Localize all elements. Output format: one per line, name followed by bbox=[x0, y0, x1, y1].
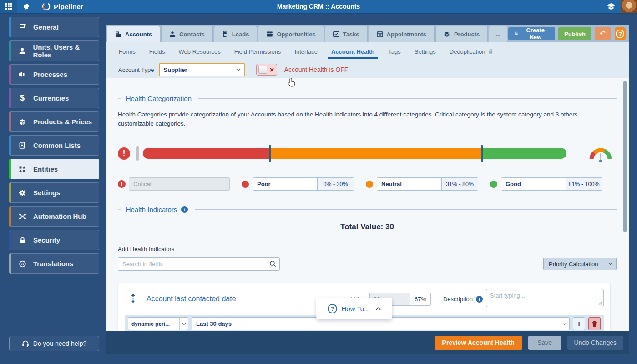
info-icon[interactable]: i bbox=[476, 296, 483, 303]
collapse-icon[interactable]: − bbox=[118, 95, 122, 102]
subtab-settings[interactable]: Settings bbox=[408, 42, 443, 61]
user-avatar[interactable] bbox=[621, 0, 637, 13]
condition-type-select[interactable]: dynamic peri... bbox=[128, 317, 188, 330]
tab-label: Opportunities bbox=[277, 31, 315, 38]
sidebar-item-units-users-roles[interactable]: Units, Users & Roles bbox=[9, 40, 99, 61]
delete-indicator-button[interactable] bbox=[588, 317, 601, 330]
subtab-label: Fields bbox=[149, 48, 165, 55]
publish-button[interactable]: Publish bbox=[558, 27, 592, 40]
sidebar-item-entities[interactable]: Entities bbox=[9, 159, 99, 179]
undo-top-button[interactable]: ↶ bbox=[595, 27, 611, 40]
health-range-slider[interactable] bbox=[143, 148, 566, 159]
health-indicators-header: − Health Indicators i bbox=[118, 206, 617, 213]
subtab-field-permissions[interactable]: Field Permissions bbox=[228, 42, 288, 61]
need-help-button[interactable]: Do you need help? bbox=[9, 336, 99, 351]
search-input[interactable] bbox=[118, 257, 280, 271]
how-to-button[interactable]: ? How To... bbox=[316, 298, 392, 319]
lock-icon bbox=[514, 31, 518, 36]
add-condition-button[interactable]: + bbox=[573, 317, 585, 330]
sidebar-item-products-prices[interactable]: Products & Prices bbox=[9, 111, 99, 132]
calculation-dropdown[interactable]: Priority Calculation bbox=[543, 258, 617, 270]
description-textarea[interactable] bbox=[486, 289, 604, 307]
undo-arrow-icon: ↶ bbox=[600, 30, 606, 37]
svg-text:22: 22 bbox=[378, 34, 381, 36]
account-health-toggle[interactable]: × bbox=[256, 64, 277, 76]
create-new-button[interactable]: Create New bbox=[508, 27, 555, 40]
sidebar-item-translations[interactable]: A Translations bbox=[9, 253, 99, 274]
how-to-label: How To... bbox=[341, 305, 369, 313]
preview-account-health-button[interactable]: Preview Account Health bbox=[435, 336, 522, 350]
save-button[interactable]: Save bbox=[528, 336, 561, 350]
calendar-icon: 22 bbox=[377, 31, 383, 37]
tab-appointments[interactable]: 22 Appointments bbox=[369, 26, 435, 42]
trash-icon bbox=[592, 321, 597, 327]
toggle-knob bbox=[258, 66, 267, 74]
headset-icon bbox=[22, 340, 29, 347]
dollar-icon: $ bbox=[17, 93, 28, 103]
sidebar-item-label: Entities bbox=[33, 165, 58, 173]
chevron-down-icon bbox=[559, 323, 569, 325]
category-neutral-group: Neutral 31% - 80% bbox=[366, 177, 478, 191]
collapse-icon[interactable]: − bbox=[118, 206, 122, 213]
accent-bar bbox=[9, 40, 11, 61]
sidebar-item-label: Products & Prices bbox=[33, 118, 92, 126]
sidebar-item-automation-hub[interactable]: Automation Hub bbox=[9, 206, 99, 227]
drag-handle-icon[interactable] bbox=[131, 293, 136, 305]
subtab-account-health[interactable]: Account Health bbox=[324, 42, 381, 61]
subtab-interface[interactable]: Interface bbox=[288, 42, 324, 61]
category-name: Critical bbox=[133, 181, 152, 187]
help-button[interactable]: ? bbox=[615, 27, 626, 40]
subtab-forms[interactable]: Forms bbox=[112, 42, 142, 61]
tab-more[interactable]: ... bbox=[489, 26, 507, 42]
subtab-tags[interactable]: Tags bbox=[381, 42, 407, 61]
accent-bar bbox=[9, 64, 11, 85]
app-grid-button[interactable] bbox=[0, 0, 17, 13]
sidebar-item-settings[interactable]: Settings bbox=[9, 182, 99, 203]
account-type-row: Account Type Supplier × Account Health i… bbox=[106, 61, 629, 78]
slider-handle-poor-neutral[interactable] bbox=[269, 145, 271, 162]
tab-tasks[interactable]: Tasks bbox=[325, 26, 368, 42]
health-categorization-description: Health Categories provide categorization… bbox=[118, 110, 602, 128]
sidebar-item-security[interactable]: Security bbox=[9, 230, 99, 250]
account-type-select[interactable]: Supplier bbox=[159, 63, 245, 76]
chevron-down-icon bbox=[233, 64, 244, 76]
pipeliner-logo[interactable]: Pipeliner bbox=[42, 2, 83, 11]
subtab-fields[interactable]: Fields bbox=[142, 42, 172, 61]
critical-exclamation-icon: ! bbox=[118, 147, 130, 160]
sidebar-item-currencies[interactable]: $ Currencies bbox=[9, 88, 99, 108]
tab-leads[interactable]: Leads bbox=[214, 26, 258, 42]
chevron-down-icon bbox=[179, 318, 188, 330]
subtab-label: Field Permissions bbox=[234, 48, 281, 55]
subtab-web-resources[interactable]: Web Resources bbox=[172, 42, 228, 61]
indicator-title: Account last contacted date bbox=[147, 295, 236, 303]
sidebar-item-label: Security bbox=[33, 236, 60, 244]
category-good-range: 81% - 100% bbox=[566, 178, 602, 190]
tab-label: Tasks bbox=[343, 31, 359, 38]
critical-exclamation-icon: ! bbox=[118, 180, 126, 188]
category-neutral-input[interactable]: Neutral bbox=[377, 178, 442, 190]
tab-opportunities[interactable]: Opportunities bbox=[258, 26, 324, 42]
sidebar-item-processes[interactable]: Processes bbox=[9, 64, 99, 85]
tab-products[interactable]: Products bbox=[435, 26, 488, 42]
announcements-button[interactable] bbox=[17, 0, 35, 13]
tab-label: Accounts bbox=[125, 31, 152, 38]
academy-button[interactable] bbox=[602, 0, 621, 13]
tab-label: Appointments bbox=[387, 31, 426, 38]
category-good-group: Good 81% - 100% bbox=[490, 177, 602, 191]
category-good-input[interactable]: Good bbox=[501, 178, 566, 190]
slider-handle-neutral-good[interactable] bbox=[481, 145, 483, 162]
undo-changes-button[interactable]: Undo Changes bbox=[567, 336, 623, 350]
category-poor-input[interactable]: Poor bbox=[253, 178, 318, 190]
window-title: Marketing CRM :: Accounts bbox=[0, 3, 637, 10]
tab-label: Contacts bbox=[179, 31, 205, 38]
vertical-scrollbar[interactable] bbox=[623, 81, 627, 232]
sidebar-item-general[interactable]: General bbox=[9, 17, 99, 37]
subtab-deduplication[interactable]: Deduplication bbox=[443, 42, 500, 61]
tab-contacts[interactable]: Contacts bbox=[161, 26, 213, 42]
app-name: Pipeliner bbox=[54, 3, 83, 10]
gauge-icon bbox=[587, 143, 614, 163]
info-icon[interactable]: i bbox=[181, 206, 188, 213]
sidebar-item-common-lists[interactable]: Common Lists bbox=[9, 135, 99, 156]
tab-accounts[interactable]: Accounts bbox=[106, 26, 160, 42]
preview-label: Preview Account Health bbox=[442, 339, 515, 346]
